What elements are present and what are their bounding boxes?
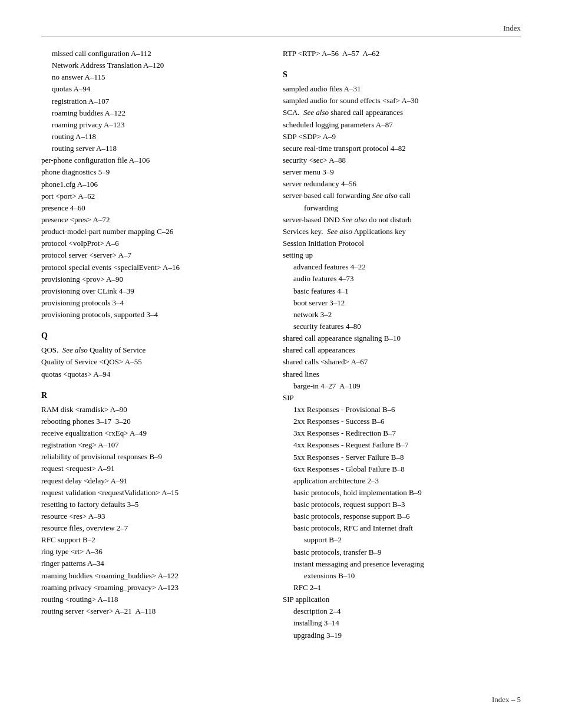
section-letter-s: S bbox=[283, 70, 521, 80]
list-item: quotas <quotas> A–94 bbox=[41, 368, 265, 380]
list-item: barge-in 4–27 A–109 bbox=[283, 380, 521, 392]
list-item: security <sec> A–88 bbox=[283, 154, 521, 166]
r-section-entries: RAM disk <ramdisk> A–90 rebooting phones… bbox=[41, 404, 265, 618]
list-item: per-phone configuration file A–106 bbox=[41, 154, 265, 166]
list-item: routing server <server> A–21 A–118 bbox=[41, 605, 265, 617]
page-footer: Index – 5 bbox=[492, 695, 521, 704]
list-item: QOS. See also Quality of Service bbox=[41, 344, 265, 356]
list-item: port <port> A–62 bbox=[41, 190, 265, 202]
list-item: quotas A–94 bbox=[41, 83, 265, 95]
section-letter-r: R bbox=[41, 391, 265, 400]
list-item: resetting to factory defaults 3–5 bbox=[41, 499, 265, 510]
rtp-entry: RTP <RTP> A–56 A–57 A–62 bbox=[283, 48, 521, 60]
list-item: 2xx Responses - Success B–6 bbox=[283, 416, 521, 427]
list-item: roaming privacy <roaming_provacy> A–123 bbox=[41, 582, 265, 594]
list-item: request validation <requestValidation> A… bbox=[41, 487, 265, 499]
list-item: ringer patterns A–34 bbox=[41, 558, 265, 569]
list-item: boot server 3–12 bbox=[283, 297, 521, 309]
list-item: routing A–118 bbox=[41, 131, 265, 143]
list-item: rebooting phones 3–17 3–20 bbox=[41, 416, 265, 427]
q-section-entries: QOS. See also Quality of Service Quality… bbox=[41, 344, 265, 380]
list-item: provisioning over CLink 4–39 bbox=[41, 285, 265, 297]
list-item: security features 4–80 bbox=[283, 321, 521, 332]
list-item: 3xx Responses - Redirection B–7 bbox=[283, 427, 521, 439]
list-item: instant messaging and presence leveragin… bbox=[283, 558, 521, 570]
right-column: RTP <RTP> A–56 A–57 A–62 S sampled audio… bbox=[283, 48, 521, 641]
list-item: resource <res> A–93 bbox=[41, 510, 265, 522]
list-item: server redundancy 4–56 bbox=[283, 178, 521, 190]
list-item: basic protocols, request support B–3 bbox=[283, 499, 521, 510]
section-letter-q: Q bbox=[41, 331, 265, 341]
list-item: protocol <voIpProt> A–6 bbox=[41, 238, 265, 249]
list-item: basic protocols, response support B–6 bbox=[283, 510, 521, 522]
list-item: product-model-part number mapping C–26 bbox=[41, 226, 265, 238]
list-item: forwarding bbox=[283, 202, 521, 214]
footer-text: Index – 5 bbox=[492, 695, 521, 704]
list-item: upgrading 3–19 bbox=[283, 630, 521, 641]
list-item: installing 3–14 bbox=[283, 617, 521, 629]
list-item: Services key. See also Applications key bbox=[283, 226, 521, 238]
list-item: routing server A–118 bbox=[41, 143, 265, 154]
list-item: SIP application bbox=[283, 594, 521, 605]
list-item: provisioning protocols, supported 3–4 bbox=[41, 309, 265, 321]
list-item: basic features 4–1 bbox=[283, 285, 521, 297]
list-item: basic protocols, RFC and Internet draft bbox=[283, 522, 521, 534]
left-column: missed call configuration A–112 Network … bbox=[41, 48, 265, 641]
list-item: provisioning <prov> A–90 bbox=[41, 274, 265, 285]
list-item: missed call configuration A–112 bbox=[41, 48, 265, 60]
list-item: server menu 3–9 bbox=[283, 166, 521, 178]
list-item: presence 4–60 bbox=[41, 202, 265, 214]
list-item: receive equalization <rxEq> A–49 bbox=[41, 427, 265, 439]
list-item: advanced features 4–22 bbox=[283, 261, 521, 273]
list-item: shared lines bbox=[283, 368, 521, 380]
list-item: RAM disk <ramdisk> A–90 bbox=[41, 404, 265, 416]
list-item: routing <routing> A–118 bbox=[41, 594, 265, 605]
list-item: 6xx Responses - Global Failure B–8 bbox=[283, 463, 521, 475]
header-title: Index bbox=[503, 24, 521, 33]
list-item: roaming buddies A–122 bbox=[41, 107, 265, 119]
list-item: extensions B–10 bbox=[283, 570, 521, 582]
list-item: reliability of provisional responses B–9 bbox=[41, 451, 265, 463]
list-item: sampled audio for sound effects <saf> A–… bbox=[283, 95, 521, 107]
session-initiation-protocol-entry: Session Initiation Protocol bbox=[283, 238, 521, 249]
list-item: roaming buddies <roaming_buddies> A–122 bbox=[41, 570, 265, 582]
list-item: scheduled logging parameters A–87 bbox=[283, 119, 521, 131]
list-item: request <request> A–91 bbox=[41, 463, 265, 475]
page-header: Index bbox=[41, 24, 521, 37]
list-item: 5xx Responses - Server Failure B–8 bbox=[283, 452, 521, 463]
list-item: network 3–2 bbox=[283, 309, 521, 321]
list-item: roaming privacy A–123 bbox=[41, 119, 265, 131]
list-item: protocol special events <specialEvent> A… bbox=[41, 262, 265, 274]
list-item: description 2–4 bbox=[283, 605, 521, 617]
list-item: sampled audio files A–31 bbox=[283, 83, 521, 95]
list-item: server-based call forwarding See also ca… bbox=[283, 190, 521, 202]
list-item: registration A–107 bbox=[41, 95, 265, 107]
index-entries-top: missed call configuration A–112 Network … bbox=[41, 48, 265, 321]
list-item: setting up bbox=[283, 249, 521, 261]
page: Index missed call configuration A–112 Ne… bbox=[0, 0, 562, 728]
list-item: no answer A–115 bbox=[41, 71, 265, 83]
s-section-entries: sampled audio files A–31 sampled audio f… bbox=[283, 83, 521, 641]
list-item: audio features 4–73 bbox=[283, 273, 521, 285]
list-item: phone diagnostics 5–9 bbox=[41, 166, 265, 178]
list-item: basic protocols, transfer B–9 bbox=[283, 546, 521, 558]
list-item: RFC 2–1 bbox=[283, 582, 521, 594]
list-item: SDP <SDP> A–9 bbox=[283, 131, 521, 143]
list-item: SCA. See also shared call appearances bbox=[283, 107, 521, 118]
list-item: SIP bbox=[283, 392, 521, 404]
list-item: phone1.cfg A–106 bbox=[41, 179, 265, 190]
list-item: request delay <delay> A–91 bbox=[41, 475, 265, 487]
list-item: server-based DND See also do not disturb bbox=[283, 214, 521, 226]
list-item: support B–2 bbox=[283, 534, 521, 546]
list-item: 4xx Responses - Request Failure B–7 bbox=[283, 439, 521, 451]
list-item: basic protocols, hold implementation B–9 bbox=[283, 487, 521, 499]
list-item: protocol server <server> A–7 bbox=[41, 249, 265, 261]
list-item: 1xx Responses - Provisional B–6 bbox=[283, 404, 521, 416]
list-item: Network Address Translation A–120 bbox=[41, 60, 265, 71]
list-item: registration <reg> A–107 bbox=[41, 439, 265, 451]
shared-call-appearances-entry: shared call appearances bbox=[283, 344, 521, 356]
list-item: secure real-time transport protocol 4–82 bbox=[283, 143, 521, 154]
list-item: presence <pres> A–72 bbox=[41, 214, 265, 226]
list-item: RFC support B–2 bbox=[41, 534, 265, 546]
list-item: resource files, overview 2–7 bbox=[41, 522, 265, 534]
